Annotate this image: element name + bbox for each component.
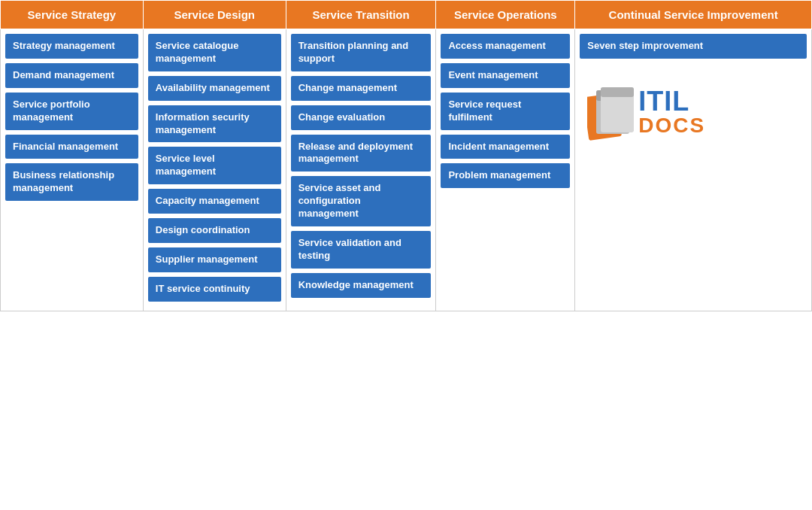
ops-column: Access managementEvent managementService… (436, 29, 575, 311)
ops-item[interactable]: Service request fulfilment (441, 93, 570, 130)
header-strategy: Service Strategy (1, 1, 144, 29)
itil-label: ITIL (638, 88, 705, 115)
header-transition: Service Transition (286, 1, 436, 29)
header-design: Service Design (143, 1, 286, 29)
strategy-column: Strategy managementDemand managementServ… (1, 29, 144, 311)
strategy-item[interactable]: Business relationship management (5, 163, 138, 201)
transition-item[interactable]: Change evaluation (291, 105, 432, 130)
itil-pages-icon (587, 86, 632, 138)
design-item[interactable]: Service catalogue management (148, 34, 281, 71)
transition-item[interactable]: Transition planning and support (291, 34, 432, 71)
ops-item[interactable]: Event management (441, 63, 570, 88)
csi-item[interactable]: Seven step improvement (580, 34, 807, 59)
ops-item[interactable]: Problem management (441, 163, 570, 188)
transition-item[interactable]: Service asset and configuration manageme… (291, 176, 432, 226)
design-item[interactable]: Service level management (148, 147, 281, 184)
strategy-item[interactable]: Strategy management (5, 34, 138, 59)
header-csi: Continual Service Improvement (575, 1, 812, 29)
strategy-item[interactable]: Service portfolio management (5, 93, 138, 130)
itil-framework-table: Service Strategy Service Design Service … (0, 0, 812, 311)
transition-item[interactable]: Release and deployment management (291, 135, 432, 172)
transition-item[interactable]: Knowledge management (291, 273, 432, 298)
design-item[interactable]: Design coordination (148, 218, 281, 243)
csi-column: Seven step improvement ITIL DOCS (575, 29, 812, 311)
design-item[interactable]: Supplier management (148, 247, 281, 272)
strategy-item[interactable]: Financial management (5, 135, 138, 159)
itil-text: ITIL DOCS (638, 88, 705, 136)
design-column: Service catalogue managementAvailability… (143, 29, 286, 311)
svg-rect-4 (601, 87, 634, 97)
header-ops: Service Operations (436, 1, 575, 29)
itil-docs-logo: ITIL DOCS (580, 63, 807, 146)
design-item[interactable]: Availability management (148, 76, 281, 101)
transition-item[interactable]: Change management (291, 76, 432, 101)
design-item[interactable]: Information security management (148, 105, 281, 143)
docs-label: DOCS (638, 115, 705, 136)
transition-column: Transition planning and supportChange ma… (286, 29, 436, 311)
design-item[interactable]: IT service continuity (148, 277, 281, 302)
transition-item[interactable]: Service validation and testing (291, 231, 432, 269)
strategy-item[interactable]: Demand management (5, 63, 138, 88)
design-item[interactable]: Capacity management (148, 189, 281, 214)
ops-item[interactable]: Incident management (441, 135, 570, 159)
ops-item[interactable]: Access management (441, 34, 570, 59)
itil-logo: ITIL DOCS (587, 86, 705, 138)
